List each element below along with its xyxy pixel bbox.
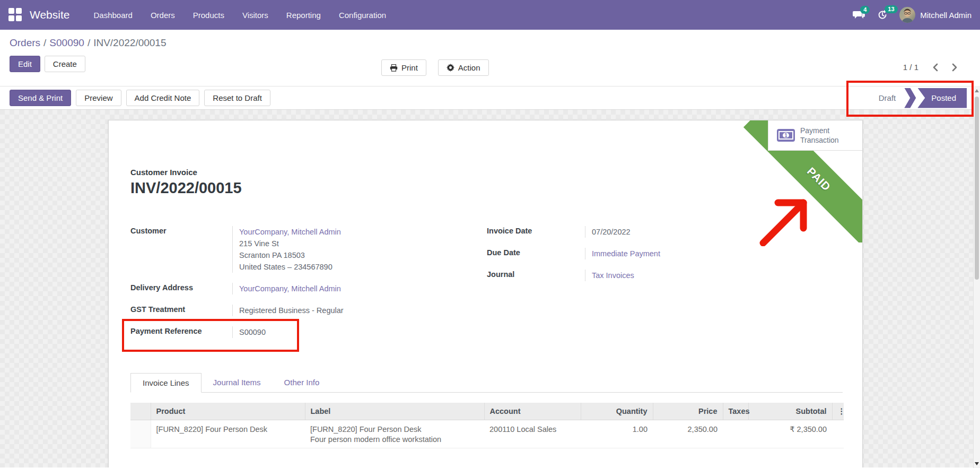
handle-column-header bbox=[130, 403, 151, 420]
column-label[interactable]: Label bbox=[305, 403, 484, 420]
menu-visitors[interactable]: Visitors bbox=[233, 0, 277, 30]
print-label: Print bbox=[401, 63, 418, 72]
printer-icon bbox=[390, 64, 398, 72]
cell-subtotal: ₹ 2,350.00 bbox=[748, 420, 832, 448]
field-gst-treatment: GST Treatment Registered Business - Regu… bbox=[130, 305, 487, 316]
control-panel: Orders/S00090/INV/2022/00015 Edit Create… bbox=[0, 30, 980, 86]
top-navbar: Website Dashboard Orders Products Visito… bbox=[0, 0, 980, 30]
user-avatar bbox=[899, 7, 915, 23]
tab-journal-items[interactable]: Journal Items bbox=[202, 373, 273, 393]
preview-button[interactable]: Preview bbox=[76, 90, 121, 106]
customer-address-line: 215 Vine St bbox=[239, 238, 487, 249]
menu-dashboard[interactable]: Dashboard bbox=[84, 0, 141, 30]
cell-product: [FURN_8220] Four Person Desk bbox=[151, 420, 305, 448]
cell-label-line2: Four person modern office workstation bbox=[310, 435, 479, 444]
column-taxes[interactable]: Taxes bbox=[723, 403, 748, 420]
menu-reporting[interactable]: Reporting bbox=[277, 0, 330, 30]
user-name: Mitchell Admin bbox=[920, 11, 972, 20]
table-header-row: Product Label Account Quantity Price Tax… bbox=[130, 403, 844, 420]
svg-text:1: 1 bbox=[784, 133, 788, 138]
action-label: Action bbox=[458, 63, 480, 72]
status-arrow-icon bbox=[904, 88, 916, 108]
scrollbar-thumb[interactable] bbox=[975, 97, 979, 280]
scrollbar-up-icon[interactable] bbox=[975, 89, 979, 92]
payment-transaction-button[interactable]: 1 Payment Transaction bbox=[768, 120, 862, 151]
field-payment-reference: Payment Reference S00090 bbox=[130, 326, 487, 338]
invoice-date-value: 07/20/2022 bbox=[592, 228, 631, 236]
invoice-lines-table: Product Label Account Quantity Price Tax… bbox=[130, 403, 844, 448]
field-journal: Journal Tax Invoices bbox=[487, 270, 763, 281]
tab-invoice-lines[interactable]: Invoice Lines bbox=[130, 373, 202, 393]
optional-columns-icon[interactable]: ⋮ bbox=[832, 403, 844, 420]
cell-end bbox=[832, 420, 844, 448]
payment-reference-label: Payment Reference bbox=[130, 326, 232, 338]
messages-button[interactable]: 4 bbox=[853, 10, 865, 20]
column-subtotal[interactable]: Subtotal bbox=[748, 403, 832, 420]
journal-link[interactable]: Tax Invoices bbox=[592, 271, 634, 280]
gear-icon bbox=[447, 64, 454, 72]
activities-button[interactable]: 13 bbox=[877, 10, 888, 20]
pager-previous-icon[interactable] bbox=[932, 63, 938, 72]
tab-other-info[interactable]: Other Info bbox=[273, 373, 331, 393]
create-button[interactable]: Create bbox=[45, 56, 85, 72]
menu-configuration[interactable]: Configuration bbox=[330, 0, 395, 30]
breadcrumb-orders[interactable]: Orders bbox=[10, 37, 40, 48]
send-print-button[interactable]: Send & Print bbox=[10, 90, 71, 106]
delivery-address-link[interactable]: YourCompany, Mitchell Admin bbox=[239, 284, 341, 293]
payment-reference-value: S00090 bbox=[239, 328, 266, 336]
breadcrumb-separator: / bbox=[84, 37, 93, 48]
due-date-label: Due Date bbox=[487, 248, 585, 259]
add-credit-note-button[interactable]: Add Credit Note bbox=[126, 90, 200, 106]
field-due-date: Due Date Immediate Payment bbox=[487, 248, 763, 259]
column-product[interactable]: Product bbox=[151, 403, 305, 420]
notebook-tabs: Invoice Lines Journal Items Other Info bbox=[130, 372, 843, 393]
stat-button-label-1: Payment bbox=[800, 126, 839, 135]
breadcrumb-current: INV/2022/00015 bbox=[93, 37, 166, 48]
invoice-line-row[interactable]: [FURN_8220] Four Person Desk [FURN_8220]… bbox=[130, 420, 844, 448]
cell-quantity: 1.00 bbox=[581, 420, 653, 448]
cell-label: [FURN_8220] Four Person Desk Four person… bbox=[305, 420, 484, 448]
stat-button-label-2: Transaction bbox=[800, 135, 839, 145]
field-delivery-address: Delivery Address YourCompany, Mitchell A… bbox=[130, 283, 487, 294]
breadcrumb-s00090[interactable]: S00090 bbox=[49, 37, 84, 48]
document-number: INV/2022/00015 bbox=[130, 179, 843, 197]
column-account[interactable]: Account bbox=[484, 403, 581, 420]
customer-address-line: United States – 234567890 bbox=[239, 261, 487, 273]
print-button[interactable]: Print bbox=[381, 59, 426, 76]
row-handle[interactable] bbox=[130, 420, 151, 448]
breadcrumb-separator: / bbox=[40, 37, 49, 48]
invoice-sheet: PAID 1 Payment Transaction Customer Invo… bbox=[108, 120, 863, 467]
edit-button[interactable]: Edit bbox=[10, 56, 40, 72]
apps-grid-icon[interactable] bbox=[8, 8, 22, 22]
menu-products[interactable]: Products bbox=[184, 0, 233, 30]
pager-value[interactable]: 1 / 1 bbox=[903, 63, 918, 72]
statusbar: Send & Print Preview Add Credit Note Res… bbox=[0, 86, 980, 110]
column-price[interactable]: Price bbox=[653, 403, 723, 420]
gst-treatment-label: GST Treatment bbox=[130, 305, 232, 316]
content-area: PAID 1 Payment Transaction Customer Invo… bbox=[0, 110, 980, 467]
due-date-link[interactable]: Immediate Payment bbox=[592, 249, 660, 258]
app-brand[interactable]: Website bbox=[30, 8, 69, 21]
status-posted[interactable]: Posted bbox=[917, 88, 967, 108]
scrollbar-down-icon[interactable] bbox=[975, 462, 979, 465]
cell-label-line1: [FURN_8220] Four Person Desk bbox=[310, 425, 479, 434]
field-invoice-date: Invoice Date 07/20/2022 bbox=[487, 226, 763, 238]
user-menu[interactable]: Mitchell Admin bbox=[899, 7, 972, 23]
menu-orders[interactable]: Orders bbox=[142, 0, 184, 30]
pager-next-icon[interactable] bbox=[952, 63, 958, 72]
customer-address-line: Scranton PA 18503 bbox=[239, 249, 487, 261]
customer-link[interactable]: YourCompany, Mitchell Admin bbox=[239, 226, 487, 238]
reset-to-draft-button[interactable]: Reset to Draft bbox=[204, 90, 270, 106]
action-button[interactable]: Action bbox=[438, 59, 489, 76]
activities-badge: 13 bbox=[885, 5, 897, 13]
status-draft[interactable]: Draft bbox=[870, 93, 905, 102]
messages-badge: 4 bbox=[860, 6, 870, 14]
breadcrumb: Orders/S00090/INV/2022/00015 bbox=[10, 37, 980, 49]
vertical-scrollbar[interactable] bbox=[973, 86, 980, 468]
invoice-date-label: Invoice Date bbox=[487, 226, 585, 238]
column-quantity[interactable]: Quantity bbox=[581, 403, 653, 420]
field-customer: Customer YourCompany, Mitchell Admin 215… bbox=[130, 226, 487, 273]
cell-price: 2,350.00 bbox=[653, 420, 723, 448]
document-type: Customer Invoice bbox=[130, 168, 843, 177]
money-bill-icon: 1 bbox=[777, 129, 795, 142]
